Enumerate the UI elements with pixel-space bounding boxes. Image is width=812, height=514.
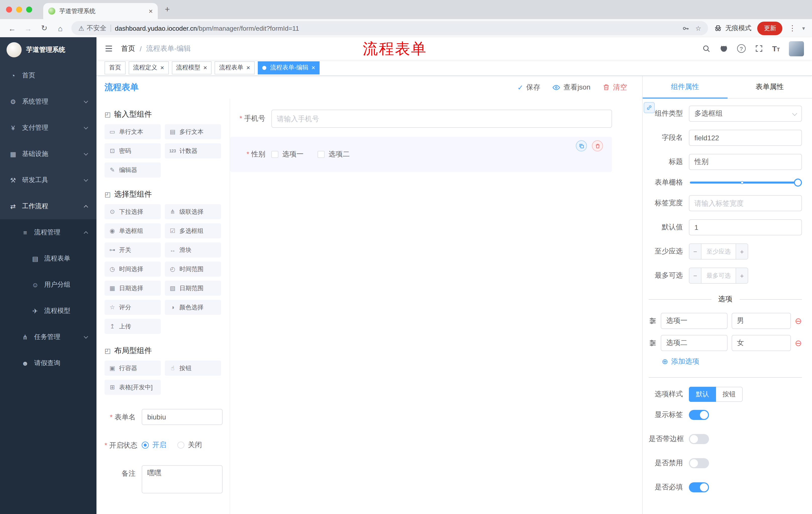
link-icon-button[interactable] <box>644 102 655 113</box>
browser-menu-icon[interactable]: ⋮ <box>789 24 796 33</box>
sidebar-item-devtools[interactable]: ⚒ 研发工具 <box>0 167 96 193</box>
sidebar-item-process-model[interactable]: ✈ 流程模型 <box>0 298 96 324</box>
palette-item-rate[interactable]: ☆评分 <box>105 300 161 315</box>
fullscreen-icon[interactable] <box>754 44 763 53</box>
decrease-button[interactable]: − <box>689 244 701 259</box>
tag-process-model[interactable]: 流程模型 × <box>172 61 211 74</box>
component-type-select[interactable] <box>689 106 802 122</box>
forward-icon[interactable]: → <box>23 24 33 32</box>
slider-handle[interactable] <box>794 179 802 187</box>
sidebar-item-system[interactable]: ⚙ 系统管理 <box>0 88 96 115</box>
sidebar-item-leave-query[interactable]: ☻ 请假查询 <box>0 350 96 376</box>
sidebar-item-workflow[interactable]: ⇄ 工作流程 <box>0 193 96 219</box>
palette-item-radio-group[interactable]: ◉单选框组 <box>105 223 161 238</box>
sidebar-logo[interactable]: 芋道管理系统 <box>0 37 96 62</box>
update-button[interactable]: 更新 <box>757 21 783 35</box>
option1-value-input[interactable] <box>731 313 791 329</box>
show-label-switch[interactable] <box>689 410 709 420</box>
status-off-radio[interactable]: 关闭 <box>177 440 202 450</box>
maximize-window-button[interactable] <box>26 6 32 12</box>
tag-process-form-edit[interactable]: 流程表单-编辑 × <box>258 61 320 74</box>
add-option-button[interactable]: ⊕ 添加选项 <box>662 357 802 366</box>
palette-item-dropdown[interactable]: ⊙下拉选择 <box>105 204 161 219</box>
copy-widget-button[interactable] <box>576 140 587 152</box>
option1-name-input[interactable] <box>661 313 727 329</box>
style-button-button[interactable]: 按钮 <box>716 387 743 402</box>
sidebar-item-process-management[interactable]: ≡ 流程管理 <box>0 219 96 245</box>
toolbar-chevron-icon[interactable]: ▾ <box>802 25 805 31</box>
default-value-input[interactable] <box>689 219 802 235</box>
required-switch[interactable] <box>689 482 709 492</box>
minimize-window-button[interactable] <box>16 6 22 12</box>
palette-item-date-range[interactable]: ▧日期范围 <box>165 281 221 296</box>
gender-option2-checkbox[interactable]: 选项二 <box>318 150 350 159</box>
phone-input[interactable] <box>271 110 612 128</box>
save-button[interactable]: ✓ 保存 <box>517 83 540 92</box>
sidebar-item-process-form[interactable]: ▤ 流程表单 <box>0 245 96 272</box>
hamburger-icon[interactable] <box>105 44 113 53</box>
form-name-input[interactable] <box>142 409 223 425</box>
view-json-button[interactable]: 查看json <box>552 83 590 92</box>
home-icon[interactable]: ⌂ <box>55 24 65 32</box>
form-grid-slider[interactable] <box>690 182 798 184</box>
palette-item-slider[interactable]: ↔滑块 <box>165 242 221 258</box>
palette-item-button[interactable]: ☝按钮 <box>165 360 221 376</box>
reload-icon[interactable]: ↻ <box>39 24 49 33</box>
option2-value-input[interactable] <box>731 335 791 351</box>
sidebar-item-payment[interactable]: ¥ 支付管理 <box>0 115 96 141</box>
drag-handle-icon[interactable] <box>649 317 657 325</box>
decrease-button[interactable]: − <box>689 268 701 283</box>
palette-item-switch[interactable]: ⊶开关 <box>105 242 161 258</box>
palette-item-counter[interactable]: 123计数器 <box>165 143 221 158</box>
canvas-field-phone[interactable]: 手机号 <box>236 110 612 128</box>
clear-button[interactable]: 清空 <box>603 83 627 92</box>
palette-item-single-line-text[interactable]: ▭单行文本 <box>105 124 161 139</box>
palette-item-checkbox-group[interactable]: ☑多选框组 <box>165 223 221 238</box>
title-input[interactable] <box>689 154 802 170</box>
palette-item-date-picker[interactable]: ▦日期选择 <box>105 281 161 296</box>
tag-close-icon[interactable]: × <box>246 64 250 71</box>
option2-name-input[interactable] <box>661 335 727 351</box>
bookmark-star-icon[interactable]: ☆ <box>695 24 701 32</box>
palette-item-password[interactable]: ⊡密码 <box>105 143 161 158</box>
new-tab-button[interactable]: + <box>165 4 170 15</box>
browser-tab[interactable]: 芋道管理系统 × <box>43 3 158 19</box>
disabled-switch[interactable] <box>689 458 709 468</box>
close-window-button[interactable] <box>6 6 12 12</box>
increase-button[interactable]: + <box>736 244 748 259</box>
address-bar[interactable]: ⚠ 不安全 dashboard.yudao.iocoder.cn/bpm/man… <box>71 21 708 35</box>
palette-item-editor[interactable]: ✎编辑器 <box>105 162 161 178</box>
tag-close-icon[interactable]: × <box>160 64 164 71</box>
tag-home[interactable]: 首页 <box>105 61 126 74</box>
remove-option-icon[interactable]: ⊖ <box>795 339 802 347</box>
form-remark-textarea[interactable]: 嘿嘿 <box>142 465 223 493</box>
delete-widget-button[interactable] <box>592 140 603 152</box>
help-icon[interactable]: ? <box>737 44 746 53</box>
with-border-switch[interactable] <box>689 434 709 444</box>
palette-item-color-picker[interactable]: ◑颜色选择 <box>165 300 221 315</box>
tag-process-definition[interactable]: 流程定义 × <box>128 61 169 74</box>
sidebar-item-user-group[interactable]: ☺ 用户分组 <box>0 272 96 298</box>
palette-item-cascader[interactable]: ⋔级联选择 <box>165 204 221 219</box>
tag-close-icon[interactable]: × <box>203 64 207 71</box>
tag-close-icon[interactable]: × <box>312 64 315 71</box>
style-default-button[interactable]: 默认 <box>689 387 716 402</box>
palette-item-time-picker[interactable]: ◷时间选择 <box>105 262 161 277</box>
palette-item-time-range[interactable]: ◴时间范围 <box>165 262 221 277</box>
sidebar-item-infrastructure[interactable]: ▦ 基础设施 <box>0 141 96 167</box>
drag-handle-icon[interactable] <box>649 339 657 347</box>
component-type-value[interactable] <box>689 106 802 122</box>
palette-item-upload[interactable]: ↥上传 <box>105 319 161 334</box>
label-width-input[interactable] <box>689 195 802 211</box>
gender-option1-checkbox[interactable]: 选项一 <box>271 150 303 159</box>
user-avatar[interactable] <box>789 41 804 56</box>
min-select-stepper[interactable]: − 至少应选 + <box>689 243 748 260</box>
palette-item-multi-line-text[interactable]: ▤多行文本 <box>165 124 221 139</box>
github-icon[interactable] <box>719 44 728 53</box>
sidebar-item-home[interactable]: ◔ 首页 <box>0 62 96 88</box>
tab-close-icon[interactable]: × <box>149 7 153 15</box>
tag-process-form[interactable]: 流程表单 × <box>214 61 255 74</box>
tab-form-props[interactable]: 表单属性 <box>727 76 812 98</box>
password-key-icon[interactable] <box>682 24 689 32</box>
max-select-stepper[interactable]: − 最多可选 + <box>689 268 748 283</box>
